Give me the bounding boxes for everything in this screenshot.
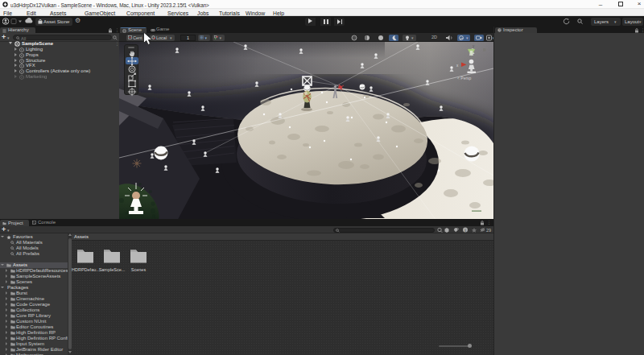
svg-text:< Persp: < Persp xyxy=(457,76,472,80)
svg-text:i: i xyxy=(464,228,465,233)
svg-text:?: ? xyxy=(498,29,500,32)
svg-text:29: 29 xyxy=(486,228,491,233)
